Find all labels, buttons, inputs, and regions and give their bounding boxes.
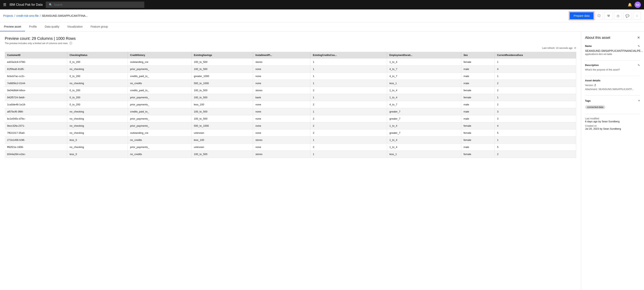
tab-profile[interactable]: Profile [25,22,41,31]
table-cell: 1 [310,108,387,115]
table-row[interactable]: 7e8856c2-0144-no_checkingno_credits500_t… [5,80,576,87]
tab-preview[interactable]: Preview asset [0,22,25,31]
chat-icon-button[interactable]: 💬 [624,12,632,20]
avatar[interactable]: SS [634,1,641,8]
table-row[interactable]: 942f5724-3eb6-0_to_200prior_payments_100… [5,94,576,101]
table-cell: 1 [310,151,387,158]
table-cell: prior_payments_ [128,122,191,129]
panel-attachment-label: Attachment: [585,88,598,91]
panel-header: About this asset ✕ [585,35,640,40]
table-cell: b544a264-e1bc- [5,151,67,158]
table-cell: stores [253,151,310,158]
panel-desc-label: Description [585,64,599,67]
name-edit-icon[interactable]: ✎ [638,44,640,48]
table-cell: credits_paid_to_ [128,108,191,115]
tab-quality[interactable]: Data quality [41,22,63,31]
breadcrumb-actions: Prepare data ⓘ ⚒ ◷ 💬 ⁝ [570,12,641,20]
brand-name: IBM Cloud Pak for Data [10,3,42,6]
last-modified: Last modified 6 days ago by Sean Sundber… [585,117,640,123]
prepare-data-button[interactable]: Prepare data [570,12,594,19]
table-cell: stores [253,58,310,66]
tag-item: connected-data [585,105,605,109]
panel-desc-value: What's the purpose of this asset? [585,68,640,71]
info-icon-button[interactable]: ⓘ [595,12,603,20]
table-cell: 1 [310,94,387,101]
breadcrumb-file[interactable]: credit-risk-sms-file [16,14,39,17]
table-row[interactable]: b544a264-e1bc-less_0no_credits100_to_500… [5,151,576,158]
table-cell: 4 [494,66,576,73]
table-cell: 500_to_1000 [192,122,253,129]
table-header-cell: CurrentResidenceDura [494,52,576,58]
table-cell: male [461,101,494,108]
refresh-icon[interactable]: ⟳ [574,47,576,49]
table-cell: prior_payments_ [128,94,191,101]
table-row[interactable]: ed33a3c6-0780-0_to_200outstanding_cre100… [5,58,576,66]
table-cell: 7e8856c2-0144- [5,80,67,87]
table-cell: 2 [494,151,576,158]
table-cell: bc1e540c-d7bc- [5,115,67,122]
settings-icon-button[interactable]: ⚒ [604,12,612,20]
grid-icon-button[interactable]: ⁝ [633,12,641,20]
table-cell: greater_7 [387,129,461,137]
table-cell: 1_to_4 [387,137,461,144]
breadcrumb: Projects / credit-risk-sms-file / SEANSU… [3,14,88,17]
table-cell: 1_to_4 [387,94,461,101]
table-cell: no_checking [67,144,128,151]
hamburger-icon[interactable]: ☰ [3,2,6,7]
last-modified-label: Last modified [585,117,640,120]
table-cell: 0_to_200 [67,58,128,66]
table-header-cell: ExistingCreditsCou... [310,52,387,58]
preview-title: Preview count: 29 Columns | 1000 Rows [5,36,576,41]
table-row[interactable]: 81f5fea5-8185-no_checkingprior_payments_… [5,66,576,73]
panel-version-row: Version: 2 [585,83,640,87]
table-cell: female [461,122,494,129]
add-tag-button[interactable]: + [638,99,640,103]
table-row[interactable]: bc1e540c-d7bc-no_checkingprior_payments_… [5,115,576,122]
table-cell: 4 [494,122,576,129]
breadcrumb-sep-2: / [40,14,40,17]
tab-visualization[interactable]: Visualization [63,22,86,31]
breadcrumb-projects[interactable]: Projects [3,14,13,17]
panel-tags-header: Tags + [585,99,640,103]
table-cell: 2 [494,87,576,94]
table-row[interactable]: af07bcf6-3f86-no_checkingcredits_paid_to… [5,108,576,115]
table-cell: 2 [310,129,387,137]
table-cell: 1 [494,94,576,101]
table-cell: 1_to_4 [387,144,461,151]
desc-edit-icon[interactable]: ✎ [638,64,640,67]
table-row[interactable]: 1ca0de48-1e18-0_to_200prior_payments_les… [5,101,576,108]
panel-version-value: 2 [594,83,596,87]
table-cell: 100_to_500 [192,87,253,94]
table-cell: 2 [310,115,387,122]
table-row[interactable]: 7f621017-35a0-no_checkingoutstanding_cre… [5,129,576,137]
table-row[interactable]: 9ecc32fa-2371-no_checkingprior_payments_… [5,122,576,129]
breadcrumb-bar: Projects / credit-risk-sms-file / SEANSU… [0,9,644,22]
table-cell: none [253,122,310,129]
table-cell: 1 [494,58,576,66]
table-cell: ed33a3c6-0780- [5,58,67,66]
refresh-bar: Last refresh: 10 seconds ago ⟳ [5,47,576,49]
history-icon-button[interactable]: ◷ [614,12,622,20]
table-cell: male [461,80,494,87]
table-cell: 1ca0de48-1e18- [5,101,67,108]
panel-attachment-row: Attachment: SEANSUND.SMSAPPLICANTF... [585,87,640,91]
table-cell: 4_to_7 [387,66,461,73]
table-row[interactable]: ff92f21e-1906-no_checkingprior_payments_… [5,144,576,151]
search-input[interactable] [54,3,141,6]
table-cell: none [253,80,310,87]
panel-section-name: Name ✎ SEANSUND.SMSAPPLICANTFINANCIALPE.… [585,44,640,55]
panel-section-tags: Tags + connected-data [585,99,640,109]
panel-asset-header: Asset details [585,79,640,82]
table-cell: 3 [494,108,576,115]
table-row[interactable]: 0e04d8d4-b9ce-0_to_200credits_paid_to_10… [5,87,576,94]
table-cell: 100_to_500 [192,108,253,115]
tab-feature[interactable]: Feature group [86,22,112,31]
table-row[interactable]: 6cbcb7ac-cc2c-0_to_200credits_paid_to_gr… [5,73,576,80]
table-cell: 3 [494,115,576,122]
table-body: ed33a3c6-0780-0_to_200outstanding_cre100… [5,58,576,158]
table-cell: greater_1000 [192,73,253,80]
search-bar[interactable]: 🔍 [46,1,144,8]
table-row[interactable]: 271b1456-fc96-less_0no_creditsless_100st… [5,137,576,144]
panel-close-button[interactable]: ✕ [637,35,640,40]
notification-icon[interactable]: 🔔 [627,1,633,8]
